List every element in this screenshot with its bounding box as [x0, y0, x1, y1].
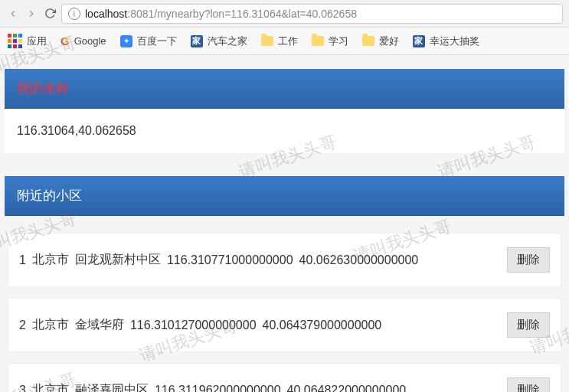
url-text: localhost:8081/mynearby?lon=116.31064&la…: [85, 8, 357, 20]
item-lat: 40.062630000000000: [299, 253, 419, 267]
item-lat: 40.064379000000000: [263, 318, 382, 332]
address-bar[interactable]: i localhost:8081/mynearby?lon=116.31064&…: [61, 4, 563, 24]
folder-icon: [362, 36, 374, 46]
reload-icon[interactable]: [43, 7, 57, 21]
back-icon[interactable]: [6, 7, 20, 21]
forward-icon[interactable]: [25, 7, 38, 21]
item-name: 回龙观新村中区: [75, 252, 161, 268]
coords-value: 116.31064,40.062658: [5, 109, 564, 153]
item-index: 3: [19, 384, 26, 393]
delete-button[interactable]: 删除: [507, 247, 550, 273]
item-city: 北京市: [32, 317, 69, 333]
item-name: 融泽嘉园中区: [75, 382, 149, 392]
bookmarks-bar: 应用 G Google ✦ 百度一下 家 汽车之家 工作 学习 爱好 家 幸运大…: [0, 28, 569, 55]
apps-icon: [8, 34, 22, 48]
list-item: 3 北京市 融泽嘉园中区 116.311962000000000 40.0648…: [8, 363, 561, 392]
item-name: 金域华府: [75, 317, 124, 333]
item-city: 北京市: [32, 252, 69, 268]
list-item: 2 北京市 金域华府 116.310127000000000 40.064379…: [8, 298, 561, 352]
browser-toolbar: i localhost:8081/mynearby?lon=116.31064&…: [0, 0, 569, 28]
autohome-icon: 家: [191, 35, 203, 47]
bookmark-label: Google: [74, 35, 106, 47]
bookmark-label: 汽车之家: [208, 34, 247, 48]
bookmark-label: 工作: [278, 34, 298, 48]
bookmark-lottery[interactable]: 家 幸运大抽奖: [413, 34, 479, 48]
bookmark-label: 爱好: [379, 34, 399, 48]
list-item: 1 北京市 回龙观新村中区 116.310771000000000 40.062…: [8, 233, 561, 287]
bookmark-hobby[interactable]: 爱好: [362, 34, 399, 48]
item-lat: 40.064822000000000: [287, 384, 407, 393]
item-city: 北京市: [32, 382, 69, 392]
item-lon: 116.310771000000000: [167, 253, 293, 267]
google-icon: G: [60, 34, 70, 47]
bookmark-work[interactable]: 工作: [261, 34, 298, 48]
bookmark-label: 百度一下: [137, 34, 177, 48]
baidu-icon: ✦: [120, 35, 132, 47]
coords-header-text: 我的坐标: [17, 81, 69, 96]
coords-value-text: 116.31064,40.062658: [17, 124, 136, 137]
bookmark-autohome[interactable]: 家 汽车之家: [191, 34, 247, 48]
item-lon: 116.311962000000000: [155, 384, 281, 393]
folder-icon: [312, 36, 324, 46]
item-index: 2: [19, 318, 26, 332]
nearby-header: 附近的小区: [5, 176, 564, 216]
bookmark-label: 学习: [329, 34, 348, 48]
page-content: 我的坐标 116.31064,40.062658 附近的小区 1 北京市 回龙观…: [0, 69, 569, 392]
lottery-icon: 家: [413, 35, 425, 47]
bookmark-label: 应用: [27, 34, 47, 48]
item-index: 1: [19, 253, 26, 267]
bookmark-google[interactable]: G Google: [60, 34, 106, 47]
bookmark-baidu[interactable]: ✦ 百度一下: [120, 34, 177, 48]
bookmark-study[interactable]: 学习: [312, 34, 348, 48]
nearby-list: 1 北京市 回龙观新村中区 116.310771000000000 40.062…: [5, 233, 564, 392]
info-icon[interactable]: i: [68, 8, 80, 20]
delete-button[interactable]: 删除: [507, 312, 550, 338]
bookmark-label: 幸运大抽奖: [430, 34, 479, 48]
folder-icon: [261, 36, 273, 46]
delete-button[interactable]: 删除: [507, 377, 550, 392]
item-lon: 116.310127000000000: [130, 318, 257, 332]
nearby-header-text: 附近的小区: [17, 188, 82, 203]
coords-header: 我的坐标: [5, 69, 564, 109]
bookmark-apps[interactable]: 应用: [8, 34, 47, 48]
